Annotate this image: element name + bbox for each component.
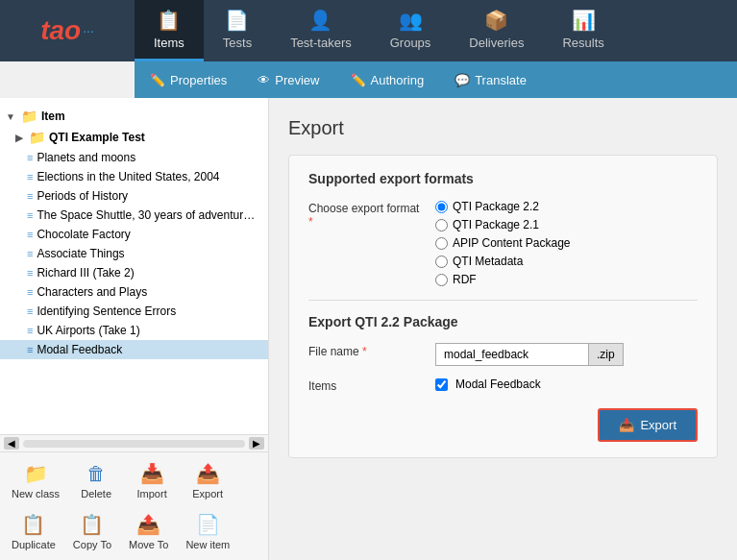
item-icon: ≡ <box>27 267 33 279</box>
export-button[interactable]: 📤Export <box>181 456 234 505</box>
nav-label-test-takers: Test-takers <box>290 36 352 50</box>
import-button[interactable]: 📥Import <box>125 456 179 505</box>
radio-group: QTI Package 2.2QTI Package 2.1APIP Conte… <box>435 200 571 286</box>
tree-area: ▼ 📁 Item ▶ 📁 QTI Example Test ≡Planets a… <box>0 98 268 434</box>
tree-leaf[interactable]: ≡UK Airports (Take 1) <box>0 321 268 340</box>
sub-nav: ✏️Properties👁Preview✏️Authoring💬Translat… <box>135 61 737 98</box>
tree-group-item[interactable]: ▶ 📁 QTI Example Test <box>0 127 268 148</box>
item-icon: ≡ <box>27 190 33 202</box>
subnav-item-translate[interactable]: 💬Translate <box>439 61 542 98</box>
radio-label-qtimeta: QTI Metadata <box>453 255 523 268</box>
authoring-subnav-icon: ✏️ <box>351 73 366 87</box>
radio-label-qti21: QTI Package 2.1 <box>453 218 539 231</box>
tree-item-label: The Space Shuttle, 30 years of adventur… <box>37 208 255 222</box>
nav-item-groups[interactable]: 👥Groups <box>371 0 451 61</box>
folder-icon: 📁 <box>21 109 37 124</box>
radio-label-qti22: QTI Package 2.2 <box>453 200 539 213</box>
preview-subnav-icon: 👁 <box>258 73 270 87</box>
new-item-label: New item <box>185 539 230 550</box>
radio-rdf[interactable] <box>435 274 448 286</box>
tree-leaf[interactable]: ≡Periods of History <box>0 186 268 206</box>
subnav-label-authoring: Authoring <box>371 73 425 87</box>
scroll-track[interactable] <box>23 440 245 448</box>
tree-item-label: Periods of History <box>37 189 128 203</box>
tree-leaf[interactable]: ≡Richard III (Take 2) <box>0 263 268 282</box>
item-icon: ≡ <box>27 305 33 317</box>
radio-label-apip: APIP Content Package <box>453 236 571 250</box>
copy-to-button[interactable]: 📋Copy To <box>65 507 119 556</box>
deliveries-icon: 📦 <box>484 9 508 32</box>
export-button[interactable]: 📥 Export <box>598 408 698 442</box>
package-title: Export QTI 2.2 Package <box>308 314 698 329</box>
import-icon: 📥 <box>140 462 164 485</box>
format-option-qti22: QTI Package 2.2 <box>435 200 571 213</box>
subnav-item-properties[interactable]: ✏️Properties <box>135 61 242 98</box>
tree-leaf[interactable]: ≡Modal Feedback <box>0 340 268 359</box>
format-option-qtimeta: QTI Metadata <box>435 255 571 268</box>
items-row: Items Modal Feedback <box>308 377 698 393</box>
tree-leaf[interactable]: ≡Characters and Plays <box>0 282 268 302</box>
tree-item-label: UK Airports (Take 1) <box>37 324 139 337</box>
nav-item-deliveries[interactable]: 📦Deliveries <box>450 0 543 61</box>
subnav-item-authoring[interactable]: ✏️Authoring <box>335 61 440 98</box>
format-row: Choose export format * QTI Package 2.2QT… <box>308 200 698 286</box>
subnav-label-preview: Preview <box>275 73 319 87</box>
items-checkbox[interactable] <box>435 378 448 391</box>
toolbar: 📁New class🗑Delete📥Import📤Export📋Duplicat… <box>0 451 268 560</box>
format-label: Choose export format * <box>308 200 424 229</box>
item-icon: ≡ <box>27 325 33 336</box>
logo-area: tao ··· <box>0 15 135 46</box>
item-icon: ≡ <box>27 171 33 183</box>
nav-label-tests: Tests <box>223 36 252 50</box>
new-class-button[interactable]: 📁New class <box>4 456 67 505</box>
zip-extension: .zip <box>589 343 624 366</box>
tree-leaf[interactable]: ≡Chocolate Factory <box>0 225 268 244</box>
move-to-button[interactable]: 📤Move To <box>121 507 176 556</box>
nav-label-results: Results <box>562 36 603 50</box>
scroll-right-btn[interactable]: ▶ <box>249 437 264 450</box>
filename-input[interactable] <box>435 343 589 366</box>
new-item-button[interactable]: 📄New item <box>178 507 237 556</box>
tree-leaf[interactable]: ≡The Space Shuttle, 30 years of adventur… <box>0 206 268 225</box>
format-option-rdf: RDF <box>435 273 571 286</box>
tree-leaf[interactable]: ≡Planets and moons <box>0 148 268 167</box>
radio-qti22[interactable] <box>435 201 448 213</box>
radio-qti21[interactable] <box>435 219 448 231</box>
export-title: Export <box>288 117 718 139</box>
nav-items: 📋Items📄Tests👤Test-takers👥Groups📦Deliveri… <box>135 0 624 61</box>
subnav-item-preview[interactable]: 👁Preview <box>242 61 334 98</box>
duplicate-button[interactable]: 📋Duplicate <box>4 507 63 556</box>
format-option-qti21: QTI Package 2.1 <box>435 218 571 231</box>
duplicate-label: Duplicate <box>12 539 56 550</box>
root-label: Item <box>41 110 65 123</box>
nav-item-tests[interactable]: 📄Tests <box>204 0 271 61</box>
radio-apip[interactable] <box>435 237 448 250</box>
properties-subnav-icon: ✏️ <box>150 73 165 87</box>
format-option-apip: APIP Content Package <box>435 236 571 250</box>
item-icon: ≡ <box>27 344 33 355</box>
subnav-label-properties: Properties <box>170 73 227 87</box>
tree-leaf[interactable]: ≡Elections in the United States, 2004 <box>0 167 268 186</box>
scroll-left-btn[interactable]: ◀ <box>4 437 19 450</box>
nav-item-results[interactable]: 📊Results <box>543 0 623 61</box>
radio-qtimeta[interactable] <box>435 256 448 268</box>
formats-title: Supported export formats <box>308 171 698 186</box>
item-icon: ≡ <box>27 229 33 240</box>
tree-leaf[interactable]: ≡Identifying Sentence Errors <box>0 302 268 321</box>
item-icon: ≡ <box>27 209 33 221</box>
delete-button[interactable]: 🗑Delete <box>69 456 123 505</box>
nav-item-items[interactable]: 📋Items <box>135 0 204 61</box>
item-icon: ≡ <box>27 286 33 298</box>
tree-leaf[interactable]: ≡Associate Things <box>0 244 268 263</box>
export-label: Export <box>192 488 223 499</box>
tree-root[interactable]: ▼ 📁 Item <box>0 106 268 127</box>
delete-icon: 🗑 <box>86 463 106 485</box>
groups-icon: 👥 <box>399 9 423 32</box>
items-icon: 📋 <box>157 9 181 32</box>
results-icon: 📊 <box>572 9 596 32</box>
nav-item-test-takers[interactable]: 👤Test-takers <box>271 0 371 61</box>
move-to-label: Move To <box>129 539 168 550</box>
tree-item-label: Richard III (Take 2) <box>37 266 134 280</box>
filename-row: File name * .zip <box>308 343 698 366</box>
content-area: Export Supported export formats Choose e… <box>269 98 737 560</box>
